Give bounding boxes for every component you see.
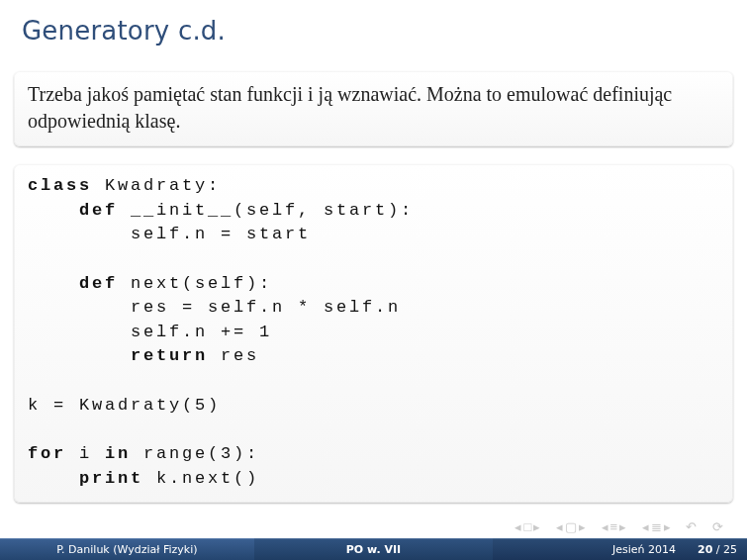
code-block: class Kwadraty: def __init__(self, start…	[14, 164, 733, 503]
page-total: 25	[723, 543, 737, 556]
nav-prev-slide-icon[interactable]: ◂□▸	[514, 519, 542, 534]
beamer-slide: Generatory c.d. Trzeba jakoś pamiętać st…	[0, 0, 747, 560]
footer-date: Jesień 2014	[612, 539, 676, 560]
nav-next-subsection-icon[interactable]: ◂≡▸	[602, 519, 629, 534]
slide-title: Generatory c.d.	[0, 0, 747, 53]
beamer-nav-symbols[interactable]: ◂□▸ ◂▢▸ ◂≡▸ ◂≣▸ ↶ ⟳	[511, 519, 729, 534]
page-current: 20	[698, 543, 712, 556]
page-sep: /	[712, 543, 723, 556]
footer-page: 20 / 25	[698, 539, 737, 560]
nav-next-slide-icon[interactable]: ◂≣▸	[642, 519, 673, 534]
footer-right: Jesień 2014 20 / 25	[493, 538, 747, 560]
slide-footer: P. Daniluk (Wydział Fizyki) PO w. VII Je…	[0, 538, 747, 560]
footer-author: P. Daniluk (Wydział Fizyki)	[0, 538, 254, 560]
code-listing: class Kwadraty: def __init__(self, start…	[28, 174, 719, 491]
nav-refresh-icon[interactable]: ⟳	[712, 519, 725, 534]
nav-prev-subsection-icon[interactable]: ◂▢▸	[556, 519, 588, 534]
intro-block: Trzeba jakoś pamiętać stan funkcji i ją …	[14, 71, 733, 146]
intro-text: Trzeba jakoś pamiętać stan funkcji i ją …	[28, 81, 719, 135]
footer-title: PO w. VII	[254, 538, 494, 560]
nav-back-icon[interactable]: ↶	[686, 519, 699, 534]
